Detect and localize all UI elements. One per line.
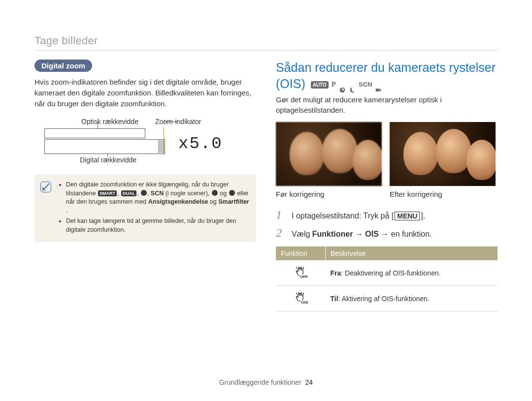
table-row: OIS Til: Aktivering af OIS-funktionen. bbox=[276, 286, 498, 311]
connector-line bbox=[98, 122, 98, 128]
step-text-pre: I optagelsestilstand: Tryk på [ bbox=[292, 212, 394, 220]
off-label: Fra bbox=[331, 269, 341, 277]
digital-zoom-pill: Digital zoom bbox=[34, 60, 92, 72]
menu-button-icon: MENU bbox=[395, 212, 420, 220]
night-mode-icon bbox=[349, 81, 356, 88]
icon-sublabel: OFF bbox=[299, 275, 308, 279]
scn-mode-icon: SCN bbox=[359, 81, 372, 89]
ois-heading: Sådan reducerer du kameraets rystelser (… bbox=[276, 60, 498, 92]
zoom-value: x5.0 bbox=[178, 134, 223, 153]
comparison-photos bbox=[276, 122, 498, 186]
on-description-text: : Aktivering af OIS-funktionen. bbox=[338, 295, 430, 303]
header-rule bbox=[34, 50, 498, 51]
digital-zoom-description: Hvis zoom-indikatoren befinder sig i det… bbox=[34, 77, 256, 109]
svg-rect-2 bbox=[376, 89, 379, 92]
off-description-text: : Deaktivering af OIS-funktionen. bbox=[341, 269, 440, 277]
table-row: OFF Fra: Deaktivering af OIS-funktionen. bbox=[276, 260, 498, 286]
optical-range-bar bbox=[44, 128, 145, 138]
zoom-range-diagram: Optisk rækkevidde Zoom-indikator x5.0 Di… bbox=[44, 118, 227, 167]
arrow-icon: → bbox=[379, 230, 391, 238]
page-footer: Grundlæggende funktioner 24 bbox=[0, 378, 532, 386]
after-photo bbox=[390, 122, 496, 186]
ois-options-table: Funktion Beskrivelse OFF Fra: Deaktiveri… bbox=[276, 247, 498, 311]
note-bullet-1: Den digitale zoomfunktion er ikke tilgæn… bbox=[66, 181, 249, 215]
dual-mode-icon: DUAL bbox=[121, 190, 136, 196]
hand-off-icon: OFF bbox=[294, 266, 307, 278]
funktioner-label: Funktioner bbox=[312, 230, 353, 238]
portrait-mode-icon bbox=[339, 81, 346, 88]
photo-captions: Før korrigering Efter korrigering bbox=[276, 190, 498, 198]
step-text: Vælg Funktioner → OIS → en funktion. bbox=[292, 230, 432, 239]
mode-icon bbox=[141, 190, 147, 196]
video-mode-icon bbox=[375, 81, 382, 88]
ois-heading-line1: Sådan reducerer du kameraets rystelser bbox=[276, 61, 496, 74]
ois-label: OIS bbox=[365, 230, 379, 238]
column-header-description: Beskrivelse bbox=[326, 247, 498, 260]
step-1: 1 I optagelsestilstand: Tryk på [MENU]. bbox=[276, 208, 498, 221]
left-column: Digital zoom Hvis zoom-indikatoren befin… bbox=[34, 60, 256, 311]
step-number: 1 bbox=[276, 208, 285, 221]
ois-off-icon-cell: OFF bbox=[276, 260, 326, 286]
ois-on-icon-cell: OIS bbox=[276, 286, 326, 311]
scn-mode-label: SCN bbox=[151, 190, 164, 197]
zoom-indicator-line bbox=[164, 127, 164, 155]
before-photo bbox=[276, 122, 382, 186]
right-column: Sådan reducerer du kameraets rystelser (… bbox=[276, 60, 498, 311]
ois-heading-line2: (OIS) bbox=[276, 77, 305, 91]
smart-mode-icon: SMART bbox=[98, 190, 117, 196]
after-caption: Efter korrigering bbox=[390, 190, 496, 198]
column-header-function: Funktion bbox=[276, 247, 326, 260]
footer-section-name: Grundlæggende funktioner bbox=[219, 378, 301, 386]
on-label: Til bbox=[331, 295, 338, 303]
p-mode-icon: P bbox=[332, 80, 336, 90]
optical-range-label: Optisk rækkevidde bbox=[81, 118, 138, 125]
note-text: og bbox=[210, 198, 218, 205]
step-text-post: en funktion. bbox=[391, 230, 432, 238]
digital-range-label: Digital rækkevidde bbox=[80, 156, 136, 164]
page-number: 24 bbox=[305, 378, 313, 386]
mode-icon bbox=[229, 190, 235, 196]
table-header-row: Funktion Beskrivelse bbox=[276, 247, 498, 260]
icon-sublabel: OIS bbox=[300, 300, 308, 305]
step-text: I optagelsestilstand: Tryk på [MENU]. bbox=[292, 212, 425, 220]
face-recognition-label: Ansigtsgenkendelse bbox=[148, 198, 208, 205]
arrow-icon: → bbox=[353, 230, 365, 238]
ois-off-description: Fra: Deaktivering af OIS-funktionen. bbox=[326, 260, 498, 286]
mode-icon bbox=[212, 190, 218, 196]
smartfilter-label: Smartfilter bbox=[218, 198, 249, 205]
step-text-pre: Vælg bbox=[292, 230, 312, 238]
step-2: 2 Vælg Funktioner → OIS → en funktion. bbox=[276, 226, 498, 240]
ois-on-description: Til: Aktivering af OIS-funktionen. bbox=[326, 286, 498, 311]
note-text: (i nogle scener), bbox=[166, 190, 211, 197]
mode-icons-row: AUTO P SCN bbox=[311, 80, 382, 90]
ois-description: Gør det muligt at reducere kamerarystels… bbox=[276, 94, 498, 115]
note-text: . bbox=[66, 207, 67, 214]
note-icon bbox=[40, 182, 51, 192]
note-bullet-2: Det kan tage længere tid at gemme billed… bbox=[66, 217, 249, 234]
svg-point-1 bbox=[342, 89, 344, 91]
section-header: Tage billeder bbox=[34, 34, 498, 47]
manual-page: Tage billeder Digital zoom Hvis zoom-ind… bbox=[0, 0, 532, 401]
two-column-layout: Digital zoom Hvis zoom-indikatoren befin… bbox=[34, 60, 498, 311]
note-box: Den digitale zoomfunktion er ikke tilgæn… bbox=[34, 175, 256, 242]
hand-ois-icon: OIS bbox=[294, 292, 307, 304]
connector-line bbox=[164, 122, 178, 122]
step-text-post: ]. bbox=[421, 212, 425, 220]
step-number: 2 bbox=[276, 226, 285, 240]
auto-mode-icon: AUTO bbox=[311, 81, 329, 89]
before-caption: Før korrigering bbox=[276, 190, 382, 198]
digital-range-bar bbox=[44, 139, 165, 154]
